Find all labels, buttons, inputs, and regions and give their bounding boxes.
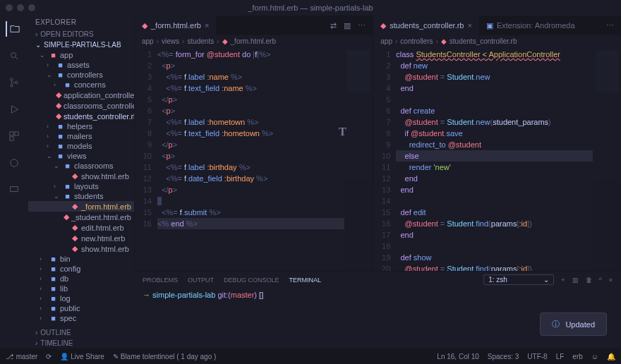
close-icon[interactable] (6, 4, 13, 11)
tree-item[interactable]: ⌄■classrooms (28, 161, 134, 171)
ruby-icon: ◆ (142, 21, 147, 30)
tree-item[interactable]: ⌄■controllers (28, 70, 134, 80)
editor-actions: ⋯ (606, 21, 621, 30)
tree-item[interactable]: ›■spec (28, 313, 134, 323)
minimize-icon[interactable] (17, 4, 24, 11)
outline-section[interactable]: ›OUTLINE (28, 327, 134, 338)
debug-icon[interactable] (6, 102, 22, 117)
tree-item[interactable]: ›■layouts (28, 181, 134, 191)
tree-item[interactable]: ◆application_controller.rb (28, 90, 134, 100)
indent[interactable]: Spaces: 3 (488, 353, 519, 360)
tree-item[interactable]: ◆_student.html.erb (28, 212, 134, 222)
tabs-left: ◆ _form.html.erb × ⇄ ▥ ⋯ (135, 16, 373, 35)
search-icon[interactable] (6, 48, 22, 63)
statusbar: ⎇ master ⟳ 👤 Live Share ✎ Blame tolentin… (0, 348, 621, 364)
branch-indicator[interactable]: ⎇ master (6, 353, 37, 360)
close-panel-icon[interactable]: × (609, 277, 613, 284)
breadcrumb-left[interactable]: app› views› students› ◆ _form.html.erb (135, 35, 373, 47)
close-icon[interactable]: × (467, 21, 471, 30)
sidebar-header: EXPLORER (28, 16, 134, 29)
source-control-icon[interactable] (6, 75, 22, 90)
ruby-icon: ◆ (380, 21, 386, 30)
svg-rect-5 (15, 132, 18, 135)
explorer-icon[interactable] (6, 21, 21, 37)
tree-item[interactable]: ◆new.html.erb (28, 233, 134, 243)
tree-item[interactable]: ›■public (28, 303, 134, 313)
tree-item[interactable]: ›■bin (28, 254, 134, 264)
trash-icon[interactable]: 🗑 (586, 277, 592, 284)
svg-point-3 (16, 81, 18, 84)
extensions-icon[interactable] (6, 128, 22, 144)
file-tree: ⌄■app›■assets⌄■controllers›■concerns ◆ap… (28, 50, 134, 327)
more-icon[interactable]: ⋯ (606, 21, 614, 30)
editor-actions: ⇄ ▥ ⋯ (330, 21, 373, 30)
svg-point-7 (11, 159, 18, 167)
timeline-section[interactable]: ›TIMELINE (28, 338, 134, 348)
split-terminal-icon[interactable]: ▥ (572, 277, 579, 284)
compare-icon[interactable]: ⇄ (330, 21, 337, 30)
tree-item[interactable]: ◆show.html.erb (28, 171, 134, 181)
toast-updated[interactable]: ⓘ Updated (540, 313, 607, 336)
svg-point-0 (11, 53, 16, 58)
tree-item[interactable]: ›■concerns (28, 80, 134, 90)
tabs-right: ◆ students_controller.rb × ▣ Extension: … (373, 16, 621, 35)
maximize-icon[interactable]: ^ (599, 277, 602, 284)
live-share[interactable]: 👤 Live Share (60, 353, 104, 360)
cursor-position[interactable]: Ln 16, Col 10 (437, 353, 479, 360)
tree-item[interactable]: ◆edit.html.erb (28, 222, 134, 233)
tree-item[interactable]: ◆students_controller.rb (28, 111, 134, 121)
tree-item[interactable]: ›■config (28, 264, 134, 274)
new-terminal-icon[interactable]: + (561, 277, 565, 284)
tree-item[interactable]: ›■assets (28, 60, 134, 70)
svg-rect-6 (10, 137, 13, 140)
tree-item[interactable]: ◆show.html.erb (28, 243, 134, 254)
github-icon[interactable] (6, 155, 22, 171)
tree-item[interactable]: ◆_form.html.erb (28, 201, 134, 212)
panel-tabs: PROBLEMS OUTPUT DEBUG CONSOLE TERMINAL 1… (134, 272, 621, 288)
tree-item[interactable]: ⌄■views (28, 151, 134, 161)
svg-point-1 (11, 78, 13, 81)
encoding[interactable]: UTF-8 (527, 353, 547, 360)
tree-item[interactable]: ›■mailers (28, 131, 134, 141)
tree-item[interactable]: ›■log (28, 293, 134, 303)
sync-icon[interactable]: ⟳ (46, 353, 52, 360)
tab-form-erb[interactable]: ◆ _form.html.erb × (135, 16, 216, 35)
split-icon[interactable]: ▥ (344, 21, 351, 30)
terminal-select[interactable]: 1: zsh⌄ (483, 274, 554, 285)
tree-item[interactable]: ⌄■app (28, 50, 134, 60)
window-controls[interactable] (6, 4, 35, 11)
panel-tab-problems[interactable]: PROBLEMS (143, 277, 178, 284)
tree-item[interactable]: ›■db (28, 274, 134, 284)
eol[interactable]: LF (556, 353, 565, 360)
tree-item[interactable]: ◆classrooms_controller.rb (28, 100, 134, 111)
panel-tab-output[interactable]: OUTPUT (188, 277, 214, 284)
panel-tab-debug[interactable]: DEBUG CONSOLE (224, 277, 279, 284)
titlebar: _form.html.erb — simple-partials-lab (0, 0, 621, 16)
more-icon[interactable]: ⋯ (358, 21, 366, 30)
extension-icon: ▣ (486, 21, 493, 30)
project-root[interactable]: ⌄SIMPLE-PARTIALS-LAB (28, 40, 134, 50)
tree-item[interactable]: ›■helpers (28, 121, 134, 131)
language-mode[interactable]: erb (572, 353, 582, 360)
sidebar: EXPLORER ›OPEN EDITORS ⌄SIMPLE-PARTIALS-… (28, 16, 134, 348)
tab-students-controller[interactable]: ◆ students_controller.rb × (373, 16, 479, 35)
tree-item[interactable]: ›■lib (28, 284, 134, 293)
window-title: _form.html.erb — simple-partials-lab (248, 4, 373, 12)
activity-bar (0, 16, 28, 348)
tree-item[interactable]: ⌄■students (28, 191, 134, 201)
feedback-icon[interactable]: ☺ (591, 353, 598, 360)
open-editors-section[interactable]: ›OPEN EDITORS (28, 29, 134, 40)
bell-icon[interactable]: 🔔 (607, 353, 615, 360)
close-icon[interactable]: × (205, 21, 209, 30)
remote-icon[interactable] (6, 182, 22, 198)
zoom-icon[interactable] (28, 4, 35, 11)
info-icon: ⓘ (552, 319, 560, 329)
tab-extension-andromeda[interactable]: ▣ Extension: Andromeda (479, 16, 582, 35)
text-cursor-icon: T (339, 126, 346, 138)
panel-tab-terminal[interactable]: TERMINAL (289, 277, 322, 284)
bottom-panel: PROBLEMS OUTPUT DEBUG CONSOLE TERMINAL 1… (134, 271, 621, 348)
svg-point-2 (11, 85, 13, 87)
tree-item[interactable]: ›■models (28, 141, 134, 151)
git-blame[interactable]: ✎ Blame tolentinoel ( 1 day ago ) (113, 353, 216, 360)
breadcrumb-right[interactable]: app› controllers› ◆ students_controller.… (373, 35, 621, 47)
